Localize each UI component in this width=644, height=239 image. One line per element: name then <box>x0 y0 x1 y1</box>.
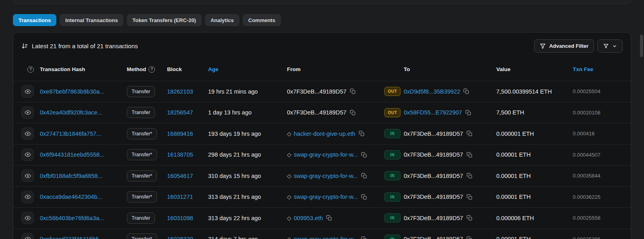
copy-from-address-button[interactable] <box>359 131 365 137</box>
block-link[interactable]: 18256547 <box>167 109 193 116</box>
method-badge[interactable]: Transfer* <box>127 170 157 182</box>
method-badge[interactable]: Transfer* <box>127 149 157 160</box>
transaction-hash-link[interactable]: 0xacca9dae4642304b... <box>40 194 102 200</box>
method-badge[interactable]: Transfer <box>127 86 155 97</box>
preview-eye-button[interactable] <box>21 149 34 161</box>
preview-eye-button[interactable] <box>21 170 34 182</box>
direction-cell: IN <box>381 192 404 202</box>
txn-fee-text: 0.00035396 <box>573 236 601 239</box>
transaction-hash-link[interactable]: 0x274713b1846fa757... <box>40 131 101 137</box>
to-address[interactable]: 0x7F3DeB...49189D57 <box>404 131 463 137</box>
copy-to-address-button[interactable] <box>463 88 469 94</box>
preview-eye-button[interactable] <box>21 191 34 203</box>
from-address[interactable]: 0x7F3DeB...49189D57 <box>287 109 347 116</box>
preview-eye-button[interactable] <box>21 127 34 140</box>
advanced-filter-button[interactable]: Advanced Filter <box>534 39 594 53</box>
scrollbar-thumb[interactable] <box>640 35 643 57</box>
age-sort-link[interactable]: Age <box>208 66 219 72</box>
copy-to-address-button[interactable] <box>466 194 473 200</box>
transaction-hash-link[interactable]: 0xfbf0188afc5f9a8858... <box>40 173 103 179</box>
preview-eye-button[interactable] <box>21 85 34 98</box>
block-link[interactable]: 18262103 <box>167 88 193 95</box>
filter-dropdown-button[interactable] <box>597 39 623 53</box>
question-circle-icon[interactable]: ? <box>27 66 34 73</box>
copy-from-address-button[interactable] <box>350 110 356 116</box>
copy-from-address-button[interactable] <box>361 173 367 179</box>
to-address[interactable]: 0xD9d5f8...35B39922 <box>404 88 460 95</box>
to-address[interactable]: 0x7F3DeB...49189D57 <box>404 236 463 239</box>
method-badge[interactable]: Transfer* <box>127 191 157 202</box>
eye-cell <box>21 233 40 239</box>
value-text: 7,500.00399514 ETH <box>496 88 552 95</box>
value-cell: 0.000006 ETH <box>496 215 573 221</box>
method-badge[interactable]: Transfer* <box>127 233 157 239</box>
header-from: From <box>287 66 381 72</box>
direction-badge: IN <box>384 129 400 138</box>
tab-transactions[interactable]: Transactions <box>13 14 56 26</box>
age-cell: 313 days 21 hrs ago <box>208 194 287 200</box>
copy-to-address-button[interactable] <box>466 173 473 179</box>
block-link[interactable]: 16889416 <box>167 131 193 137</box>
tab-analytics[interactable]: Analytics <box>205 14 239 26</box>
from-cell: 0x7F3DeB...49189D57 <box>287 88 381 95</box>
transaction-hash-link[interactable]: 0xe6cecd333f46415b5... <box>40 236 104 239</box>
page-scrollbar[interactable] <box>639 0 644 239</box>
to-address[interactable]: 0x7F3DeB...49189D57 <box>404 215 463 221</box>
from-address[interactable]: 009953.eth <box>294 215 323 221</box>
copy-to-address-button[interactable] <box>466 131 473 137</box>
age-text: 310 days 15 hrs ago <box>208 173 261 179</box>
copy-from-address-button[interactable] <box>350 88 356 94</box>
from-address[interactable]: swap-gray-crypto-for-w... <box>294 236 358 239</box>
block-cell: 18262103 <box>167 88 208 95</box>
transaction-hash-link[interactable]: 0xe87bebf7863b9b30a... <box>40 88 104 95</box>
copy-from-address-button[interactable] <box>361 152 367 158</box>
tab-internal-transactions[interactable]: Internal Transactions <box>60 14 124 26</box>
block-link[interactable]: 16031271 <box>167 194 193 200</box>
tab-token-transfers[interactable]: Token Transfers (ERC-20) <box>127 14 202 26</box>
preview-eye-button[interactable] <box>21 233 34 239</box>
method-help-icon[interactable]: ? <box>149 66 155 73</box>
preview-eye-button[interactable] <box>21 106 34 119</box>
to-address[interactable]: 0x58FD55...E7922907 <box>404 109 462 116</box>
value-cell: 7,500 ETH <box>496 109 573 116</box>
transaction-hash-link[interactable]: 0x6f9443181eebd5558... <box>40 151 104 158</box>
method-badge[interactable]: Transfer <box>127 212 155 224</box>
block-link[interactable]: 16138705 <box>167 151 193 158</box>
age-text: 313 days 21 hrs ago <box>208 194 261 200</box>
eth-diamond-icon: ◇ <box>287 131 291 137</box>
to-address[interactable]: 0x7F3DeB...49189D57 <box>404 194 463 200</box>
block-link[interactable]: 16028320 <box>167 236 193 239</box>
copy-to-address-button[interactable] <box>466 215 473 221</box>
copy-to-address-button[interactable] <box>466 236 473 239</box>
to-address[interactable]: 0x7F3DeB...49189D57 <box>404 173 463 179</box>
value-text: 0.00001 ETH <box>496 151 530 158</box>
txn-fee-toggle-link[interactable]: Txn Fee <box>573 66 593 72</box>
block-link[interactable]: 16031098 <box>167 215 193 221</box>
tab-comments[interactable]: Comments <box>243 14 281 26</box>
to-address[interactable]: 0x7F3DeB...49189D57 <box>404 151 463 158</box>
direction-badge: OUT <box>384 87 400 96</box>
to-cell: 0x7F3DeB...49189D57 <box>404 215 496 221</box>
copy-from-address-button[interactable] <box>361 236 367 239</box>
copy-to-address-button[interactable] <box>465 110 471 116</box>
preview-eye-button[interactable] <box>21 212 34 224</box>
method-badge[interactable]: Transfer* <box>127 128 157 139</box>
from-address[interactable]: hacker-dont-give-up.eth <box>294 131 355 137</box>
copy-to-address-button[interactable] <box>466 152 473 158</box>
block-link[interactable]: 16054617 <box>167 173 193 179</box>
hash-cell: 0x274713b1846fa757... <box>40 131 127 137</box>
from-address[interactable]: swap-gray-crypto-for-w... <box>294 151 358 158</box>
transaction-hash-link[interactable]: 0x42ea40df920fc3ace... <box>40 109 102 116</box>
copy-from-address-button[interactable] <box>326 215 332 221</box>
from-address[interactable]: 0x7F3DeB...49189D57 <box>287 88 347 95</box>
copy-from-address-button[interactable] <box>361 194 367 200</box>
method-badge[interactable]: Transfer <box>127 107 155 118</box>
table-row: 0xe87bebf7863b9b30a... Transfer 18262103… <box>13 81 631 102</box>
transaction-hash-link[interactable]: 0xc56b403be76fd6a3a... <box>40 215 104 221</box>
table-row: 0xe6cecd333f46415b5... Transfer* 1602832… <box>13 229 631 239</box>
from-address[interactable]: swap-gray-crypto-for-w... <box>294 194 358 200</box>
from-address[interactable]: swap-gray-crypto-for-w... <box>294 173 358 179</box>
block-cell: 16031271 <box>167 194 208 200</box>
age-cell: 314 days 7 hrs ago <box>208 236 287 239</box>
header-block: Block <box>167 66 208 72</box>
